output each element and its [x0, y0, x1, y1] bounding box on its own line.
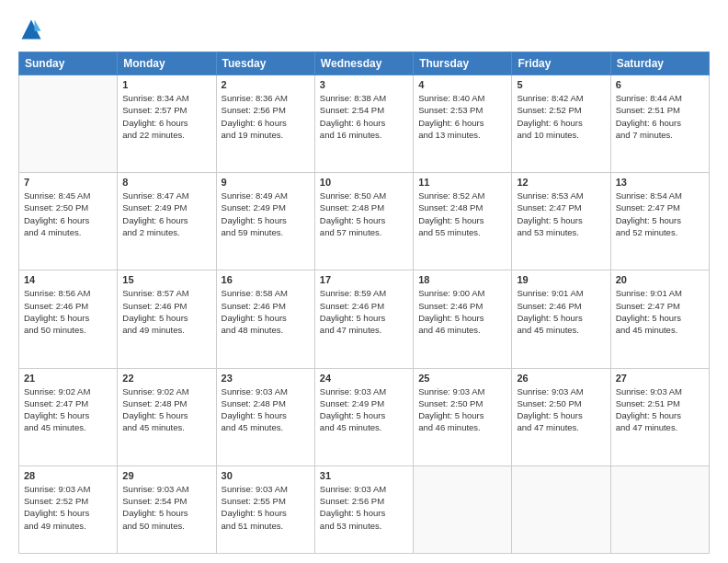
- day-info: Sunrise: 8:40 AM Sunset: 2:53 PM Dayligh…: [418, 92, 506, 141]
- calendar-cell: 28Sunrise: 9:03 AM Sunset: 2:52 PM Dayli…: [19, 465, 118, 553]
- day-number: 31: [320, 470, 408, 481]
- day-number: 4: [418, 79, 506, 90]
- day-number: 19: [517, 274, 605, 285]
- calendar: SundayMondayTuesdayWednesdayThursdayFrid…: [18, 52, 710, 554]
- day-number: 3: [320, 79, 408, 90]
- day-info: Sunrise: 9:03 AM Sunset: 2:49 PM Dayligh…: [320, 385, 408, 434]
- day-number: 25: [418, 373, 506, 384]
- day-number: 30: [222, 470, 310, 481]
- calendar-cell: 23Sunrise: 9:03 AM Sunset: 2:48 PM Dayli…: [216, 368, 314, 465]
- weekday-header: Thursday: [414, 52, 512, 75]
- calendar-cell: 15Sunrise: 8:57 AM Sunset: 2:46 PM Dayli…: [118, 270, 216, 368]
- day-number: 28: [24, 470, 112, 481]
- day-info: Sunrise: 8:45 AM Sunset: 2:50 PM Dayligh…: [24, 190, 112, 238]
- calendar-cell: 19Sunrise: 9:01 AM Sunset: 2:46 PM Dayli…: [512, 270, 610, 368]
- day-number: 6: [616, 79, 704, 90]
- calendar-cell: [610, 465, 709, 553]
- calendar-week-row: 28Sunrise: 9:03 AM Sunset: 2:52 PM Dayli…: [19, 465, 710, 553]
- day-info: Sunrise: 8:53 AM Sunset: 2:47 PM Dayligh…: [517, 190, 605, 238]
- calendar-cell: 1Sunrise: 8:34 AM Sunset: 2:57 PM Daylig…: [118, 75, 216, 173]
- day-info: Sunrise: 9:02 AM Sunset: 2:47 PM Dayligh…: [24, 385, 112, 434]
- svg-marker-1: [35, 20, 41, 31]
- calendar-week-row: 21Sunrise: 9:02 AM Sunset: 2:47 PM Dayli…: [19, 368, 710, 465]
- page: SundayMondayTuesdayWednesdayThursdayFrid…: [0, 0, 728, 563]
- day-info: Sunrise: 8:44 AM Sunset: 2:51 PM Dayligh…: [616, 92, 704, 141]
- calendar-cell: 6Sunrise: 8:44 AM Sunset: 2:51 PM Daylig…: [610, 75, 709, 173]
- day-number: 11: [418, 177, 506, 188]
- day-number: 29: [122, 470, 210, 481]
- day-info: Sunrise: 8:56 AM Sunset: 2:46 PM Dayligh…: [24, 287, 112, 336]
- day-info: Sunrise: 9:03 AM Sunset: 2:48 PM Dayligh…: [222, 385, 310, 434]
- calendar-cell: 2Sunrise: 8:36 AM Sunset: 2:56 PM Daylig…: [216, 75, 314, 173]
- day-info: Sunrise: 9:03 AM Sunset: 2:52 PM Dayligh…: [24, 483, 112, 532]
- day-number: 2: [222, 79, 310, 90]
- day-number: 15: [122, 274, 210, 285]
- calendar-cell: 11Sunrise: 8:52 AM Sunset: 2:48 PM Dayli…: [414, 173, 512, 270]
- day-info: Sunrise: 9:03 AM Sunset: 2:54 PM Dayligh…: [122, 483, 210, 532]
- calendar-cell: 7Sunrise: 8:45 AM Sunset: 2:50 PM Daylig…: [19, 173, 118, 270]
- calendar-cell: 29Sunrise: 9:03 AM Sunset: 2:54 PM Dayli…: [118, 465, 216, 553]
- day-number: 22: [122, 373, 210, 384]
- day-info: Sunrise: 8:47 AM Sunset: 2:49 PM Dayligh…: [122, 190, 210, 238]
- calendar-cell: 27Sunrise: 9:03 AM Sunset: 2:51 PM Dayli…: [610, 368, 709, 465]
- day-number: 18: [418, 274, 506, 285]
- day-number: 10: [320, 177, 408, 188]
- day-number: 13: [616, 177, 704, 188]
- calendar-cell: 18Sunrise: 9:00 AM Sunset: 2:46 PM Dayli…: [414, 270, 512, 368]
- logo-icon: [18, 17, 44, 42]
- calendar-week-row: 7Sunrise: 8:45 AM Sunset: 2:50 PM Daylig…: [19, 173, 710, 270]
- day-number: 7: [24, 177, 112, 188]
- calendar-cell: 31Sunrise: 9:03 AM Sunset: 2:56 PM Dayli…: [314, 465, 413, 553]
- day-info: Sunrise: 8:34 AM Sunset: 2:57 PM Dayligh…: [122, 92, 210, 141]
- calendar-cell: [19, 75, 118, 173]
- weekday-header: Sunday: [19, 52, 118, 75]
- day-info: Sunrise: 8:36 AM Sunset: 2:56 PM Dayligh…: [222, 92, 310, 141]
- calendar-cell: 8Sunrise: 8:47 AM Sunset: 2:49 PM Daylig…: [118, 173, 216, 270]
- calendar-cell: 14Sunrise: 8:56 AM Sunset: 2:46 PM Dayli…: [19, 270, 118, 368]
- day-number: 27: [616, 373, 704, 384]
- day-number: 8: [122, 177, 210, 188]
- day-info: Sunrise: 9:03 AM Sunset: 2:50 PM Dayligh…: [517, 385, 605, 434]
- day-info: Sunrise: 9:03 AM Sunset: 2:55 PM Dayligh…: [222, 483, 310, 532]
- day-info: Sunrise: 9:03 AM Sunset: 2:50 PM Dayligh…: [418, 385, 506, 434]
- day-number: 12: [517, 177, 605, 188]
- day-number: 5: [517, 79, 605, 90]
- calendar-cell: 3Sunrise: 8:38 AM Sunset: 2:54 PM Daylig…: [314, 75, 413, 173]
- calendar-cell: 24Sunrise: 9:03 AM Sunset: 2:49 PM Dayli…: [314, 368, 413, 465]
- day-number: 17: [320, 274, 408, 285]
- calendar-cell: 26Sunrise: 9:03 AM Sunset: 2:50 PM Dayli…: [512, 368, 610, 465]
- logo: [18, 17, 50, 42]
- calendar-cell: 5Sunrise: 8:42 AM Sunset: 2:52 PM Daylig…: [512, 75, 610, 173]
- day-info: Sunrise: 9:01 AM Sunset: 2:46 PM Dayligh…: [517, 287, 605, 336]
- day-number: 21: [24, 373, 112, 384]
- calendar-cell: 21Sunrise: 9:02 AM Sunset: 2:47 PM Dayli…: [19, 368, 118, 465]
- day-info: Sunrise: 8:50 AM Sunset: 2:48 PM Dayligh…: [320, 190, 408, 238]
- calendar-cell: 13Sunrise: 8:54 AM Sunset: 2:47 PM Dayli…: [610, 173, 709, 270]
- calendar-week-row: 1Sunrise: 8:34 AM Sunset: 2:57 PM Daylig…: [19, 75, 710, 173]
- weekday-header: Tuesday: [216, 52, 314, 75]
- calendar-cell: 12Sunrise: 8:53 AM Sunset: 2:47 PM Dayli…: [512, 173, 610, 270]
- calendar-cell: [414, 465, 512, 553]
- calendar-cell: [512, 465, 610, 553]
- day-info: Sunrise: 8:54 AM Sunset: 2:47 PM Dayligh…: [616, 190, 704, 238]
- day-info: Sunrise: 9:03 AM Sunset: 2:56 PM Dayligh…: [320, 483, 408, 532]
- day-info: Sunrise: 9:00 AM Sunset: 2:46 PM Dayligh…: [418, 287, 506, 336]
- day-info: Sunrise: 8:59 AM Sunset: 2:46 PM Dayligh…: [320, 287, 408, 336]
- calendar-cell: 25Sunrise: 9:03 AM Sunset: 2:50 PM Dayli…: [414, 368, 512, 465]
- weekday-header-row: SundayMondayTuesdayWednesdayThursdayFrid…: [19, 52, 710, 75]
- day-info: Sunrise: 9:03 AM Sunset: 2:51 PM Dayligh…: [616, 385, 704, 434]
- calendar-cell: 22Sunrise: 9:02 AM Sunset: 2:48 PM Dayli…: [118, 368, 216, 465]
- weekday-header: Friday: [512, 52, 610, 75]
- calendar-cell: 4Sunrise: 8:40 AM Sunset: 2:53 PM Daylig…: [414, 75, 512, 173]
- day-number: 14: [24, 274, 112, 285]
- calendar-week-row: 14Sunrise: 8:56 AM Sunset: 2:46 PM Dayli…: [19, 270, 710, 368]
- weekday-header: Wednesday: [314, 52, 413, 75]
- day-info: Sunrise: 8:49 AM Sunset: 2:49 PM Dayligh…: [222, 190, 310, 238]
- calendar-cell: 20Sunrise: 9:01 AM Sunset: 2:47 PM Dayli…: [610, 270, 709, 368]
- day-info: Sunrise: 8:57 AM Sunset: 2:46 PM Dayligh…: [122, 287, 210, 336]
- day-number: 24: [320, 373, 408, 384]
- day-number: 16: [222, 274, 310, 285]
- day-number: 26: [517, 373, 605, 384]
- header: [18, 17, 710, 42]
- day-info: Sunrise: 8:42 AM Sunset: 2:52 PM Dayligh…: [517, 92, 605, 141]
